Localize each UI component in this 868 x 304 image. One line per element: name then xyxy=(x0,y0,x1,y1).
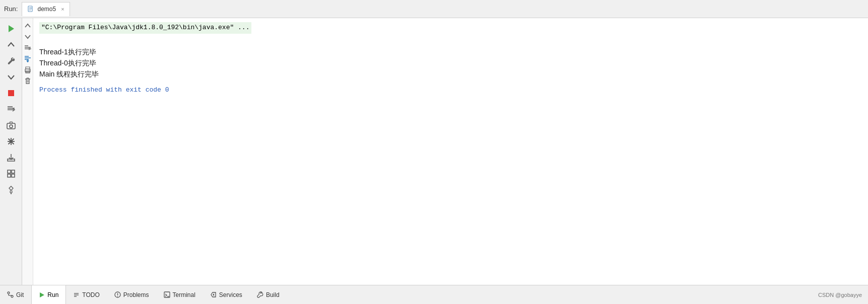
format-icon xyxy=(7,137,16,146)
run-button[interactable] xyxy=(4,21,19,36)
soft-wrap-button[interactable] xyxy=(4,102,19,117)
output-area[interactable]: "C:\Program Files\Java\jdk1.8.0_192\bin\… xyxy=(33,18,868,285)
tab-bar: Run: demo5 × xyxy=(0,0,868,18)
bottom-tab-run[interactable]: Run xyxy=(31,285,66,304)
git-icon xyxy=(7,291,14,298)
git-tab-label: Git xyxy=(16,291,24,298)
terminal-tab-label: Terminal xyxy=(173,291,195,298)
down-arrow-icon xyxy=(7,72,16,82)
bottom-tab-todo[interactable]: TODO xyxy=(66,285,107,304)
stop-icon xyxy=(7,89,16,98)
format-button[interactable] xyxy=(4,134,19,149)
bottom-tab-problems[interactable]: Problems xyxy=(107,285,157,304)
toolbar-up-button[interactable] xyxy=(23,21,32,30)
svg-rect-18 xyxy=(12,170,15,173)
toolbar-wrap-icon xyxy=(24,44,31,51)
bottom-tab-services[interactable]: Services xyxy=(203,285,250,304)
scroll-up-button[interactable] xyxy=(4,37,19,52)
run-tab-icon xyxy=(39,292,45,298)
problems-icon xyxy=(114,291,121,298)
bottom-tab-terminal[interactable]: Terminal xyxy=(157,285,203,304)
output-line-1: Thread-1执行完毕 xyxy=(39,46,862,57)
import-icon xyxy=(7,153,16,162)
grid-button[interactable] xyxy=(4,166,19,181)
file-icon xyxy=(27,6,34,13)
svg-marker-4 xyxy=(9,25,14,32)
scroll-down-button[interactable] xyxy=(4,69,19,85)
svg-rect-5 xyxy=(8,90,14,96)
play-icon xyxy=(7,24,16,33)
screenshot-button[interactable] xyxy=(4,118,19,133)
bottom-tab-build[interactable]: Build xyxy=(250,285,287,304)
svg-marker-41 xyxy=(40,292,44,297)
svg-rect-17 xyxy=(8,170,11,173)
svg-rect-19 xyxy=(8,174,11,177)
tab-close-button[interactable]: × xyxy=(61,6,64,12)
toolbar-print-button[interactable] xyxy=(23,65,32,74)
demo5-tab[interactable]: demo5 × xyxy=(22,2,70,16)
toolbar-down-icon xyxy=(24,33,31,40)
command-text: "C:\Program Files\Java\jdk1.8.0_192\bin\… xyxy=(39,22,251,34)
svg-point-10 xyxy=(10,125,13,128)
output-line-2: Thread-0执行完毕 xyxy=(39,57,862,68)
todo-tab-label: TODO xyxy=(82,291,99,298)
left-sidebar xyxy=(0,18,22,285)
toolbar-autoscroll-button[interactable] xyxy=(23,54,32,63)
up-arrow-icon xyxy=(7,40,16,49)
svg-point-47 xyxy=(117,296,118,297)
build-tab-label: Build xyxy=(266,291,280,298)
tab-name: demo5 xyxy=(37,6,56,13)
svg-point-31 xyxy=(29,69,30,70)
run-label: Run: xyxy=(4,5,18,13)
toolbar-down-button[interactable] xyxy=(23,32,32,41)
run-tab-label: Run xyxy=(47,291,58,298)
output-line-3: Main 线程执行完毕 xyxy=(39,68,862,80)
settings-button[interactable] xyxy=(4,53,19,68)
wrap-icon xyxy=(7,105,16,114)
bottom-spacer xyxy=(287,285,812,304)
todo-icon xyxy=(73,291,80,298)
services-tab-label: Services xyxy=(219,291,242,298)
main-content: "C:\Program Files\Java\jdk1.8.0_192\bin\… xyxy=(0,18,868,285)
pin-icon xyxy=(7,185,16,194)
services-icon xyxy=(210,291,217,298)
output-line-process: Process finished with exit code 0 xyxy=(39,85,862,96)
build-icon xyxy=(257,291,263,298)
camera-icon xyxy=(7,121,16,130)
secondary-toolbar xyxy=(22,18,33,285)
bottom-tab-git[interactable]: Git xyxy=(0,285,31,304)
toolbar-print-icon xyxy=(24,66,31,73)
wrench-icon xyxy=(7,56,16,65)
stop-button[interactable] xyxy=(4,86,19,101)
import-button[interactable] xyxy=(4,150,19,165)
bottom-bar: Git Run TODO Problems Terminal xyxy=(0,285,868,304)
problems-tab-label: Problems xyxy=(123,291,149,298)
svg-marker-51 xyxy=(213,293,214,296)
terminal-icon xyxy=(164,291,170,298)
bottom-right-info: CSDN @gobayye xyxy=(812,285,868,304)
toolbar-delete-button[interactable] xyxy=(23,77,32,86)
toolbar-autoscroll-icon xyxy=(24,55,31,62)
toolbar-wrap-button[interactable] xyxy=(23,43,32,52)
svg-rect-20 xyxy=(12,174,15,177)
toolbar-up-icon xyxy=(24,22,31,29)
grid-icon xyxy=(7,169,16,178)
command-line-output: "C:\Program Files\Java\jdk1.8.0_192\bin\… xyxy=(39,22,862,36)
toolbar-trash-icon xyxy=(24,78,31,85)
svg-point-37 xyxy=(8,292,10,294)
pin-button[interactable] xyxy=(4,182,19,197)
